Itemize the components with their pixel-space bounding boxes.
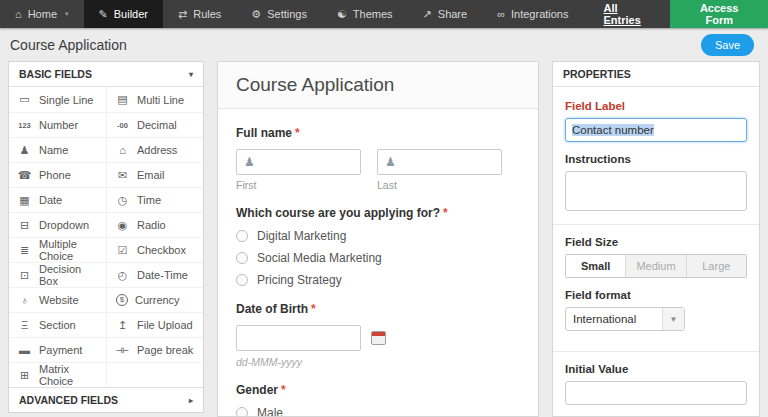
radio-icon [236, 252, 248, 264]
field-type-multiple-choice[interactable]: ≣Multiple Choice [9, 237, 106, 262]
field-type-label: Single Line [39, 94, 93, 106]
last-name-input[interactable]: ♟ [377, 149, 502, 175]
currency-icon: $ [116, 294, 128, 306]
date-icon: ▦ [17, 194, 32, 207]
calendar-icon[interactable] [371, 331, 386, 345]
gender-option-male[interactable]: Male [236, 406, 520, 417]
field-label-input[interactable]: Contact number [565, 118, 747, 142]
field-type-multi-line[interactable]: ▤Multi Line [106, 87, 203, 112]
name-inputs-row: ♟ First ♟ Last [236, 149, 520, 191]
field-size-medium[interactable]: Medium [625, 255, 685, 277]
gender-field[interactable]: Gender* MaleFemale [236, 383, 520, 417]
field-type-label: Multi Line [137, 94, 184, 106]
field-label-label: Field Label [565, 100, 747, 112]
course-field[interactable]: Which course are you applying for?* Digi… [236, 206, 520, 287]
field-type-file-upload[interactable]: ↥File Upload [106, 312, 203, 337]
field-type-email[interactable]: ✉Email [106, 162, 203, 187]
field-type-checkbox[interactable]: ☑Checkbox [106, 237, 203, 262]
field-size-small[interactable]: Small [566, 255, 625, 277]
basic-fields-title: BASIC FIELDS [19, 68, 92, 80]
nav-item-rules[interactable]: ⇄Rules [163, 0, 236, 28]
form-body: Full name* ♟ First ♟ Last [218, 109, 538, 417]
builder-icon: ✎ [99, 8, 108, 21]
radio-option-label: Male [257, 406, 283, 417]
last-name-wrap: ♟ Last [377, 149, 502, 191]
initial-value-label: Initial Value [565, 363, 747, 375]
label-text: Gender [236, 383, 278, 397]
course-options: Digital MarketingSocial Media MarketingP… [236, 229, 520, 287]
course-option-social-media-marketing[interactable]: Social Media Marketing [236, 251, 520, 265]
field-size-large[interactable]: Large [686, 255, 746, 277]
field-type-page-break[interactable]: ⊣⊢Page break [106, 337, 203, 362]
radio-option-label: Digital Marketing [257, 229, 346, 243]
nav-item-themes[interactable]: ☯Themes [322, 0, 408, 28]
field-type-radio[interactable]: ◉Radio [106, 212, 203, 237]
nav-item-home[interactable]: ⌂Home▾ [0, 0, 84, 28]
nav-right: All Entries Access Form [583, 0, 768, 28]
field-label-value: Contact number [572, 124, 654, 136]
field-type-label: Website [39, 294, 79, 306]
multi-line-icon: ▤ [115, 93, 130, 106]
full-name-field[interactable]: Full name* ♟ First ♟ Last [236, 126, 520, 191]
field-type-website[interactable]: ♁Website [9, 287, 106, 312]
section-icon: Ξ [17, 319, 32, 331]
course-option-pricing-strategy[interactable]: Pricing Strategy [236, 273, 520, 287]
field-format-label: Field format [565, 289, 747, 301]
field-type-address[interactable]: ⌂Address [106, 137, 203, 162]
nav-item-label: Themes [353, 8, 393, 20]
top-navbar: ⌂Home▾✎Builder⇄Rules⚙Settings☯Themes↗Sha… [0, 0, 768, 28]
decision-box-icon: ⊡ [17, 269, 32, 282]
nav-item-share[interactable]: ↗Share [408, 0, 483, 28]
date-format-hint: dd-MMM-yyyy [236, 356, 520, 368]
nav-item-label: Rules [193, 8, 221, 20]
gender-label: Gender* [236, 383, 520, 397]
field-format-select[interactable]: International ▼ [565, 307, 685, 331]
field-type-decision-box[interactable]: ⊡Decision Box [9, 262, 106, 287]
course-option-digital-marketing[interactable]: Digital Marketing [236, 229, 520, 243]
advanced-fields-header[interactable]: ADVANCED FIELDS ▸ [9, 387, 203, 412]
properties-body: Field Label Contact number Instructions … [553, 87, 759, 417]
field-type-label: Dropdown [39, 219, 89, 231]
field-type-number[interactable]: 123Number [9, 112, 106, 137]
page-title: Course Application [10, 37, 127, 53]
address-icon: ⌂ [115, 144, 130, 156]
field-type-payment[interactable]: ▬Payment [9, 337, 106, 362]
form-title: Course Application [218, 62, 538, 109]
nav-item-integrations[interactable]: ∞Integrations [482, 0, 583, 28]
first-name-input[interactable]: ♟ [236, 149, 361, 175]
save-button[interactable]: Save [701, 34, 754, 56]
field-type-time[interactable]: ◷Time [106, 187, 203, 212]
field-type-currency[interactable]: $Currency [106, 287, 203, 312]
radio-icon [236, 274, 248, 286]
date-of-birth-field[interactable]: Date of Birth* dd-MMM-yyyy [236, 302, 520, 368]
gender-options: MaleFemale [236, 406, 520, 417]
field-type-phone[interactable]: ☎Phone [9, 162, 106, 187]
radio-icon: ◉ [115, 219, 130, 232]
field-type-name[interactable]: ♟Name [9, 137, 106, 162]
field-type-label: Time [137, 194, 161, 206]
instructions-textarea[interactable] [565, 171, 747, 211]
field-type-date[interactable]: ▦Date [9, 187, 106, 212]
content-area: BASIC FIELDS ▾ ▭Single Line▤Multi Line12… [0, 61, 768, 417]
all-entries-link[interactable]: All Entries [583, 2, 670, 26]
field-type-single-line[interactable]: ▭Single Line [9, 87, 106, 112]
field-type-date-time[interactable]: ◴Date-Time [106, 262, 203, 287]
field-type-section[interactable]: ΞSection [9, 312, 106, 337]
field-type-label: Radio [137, 219, 166, 231]
decimal-icon: -00 [115, 121, 130, 130]
field-type-matrix-choice[interactable]: ⊞Matrix Choice [9, 362, 106, 387]
field-type-dropdown[interactable]: ⊟Dropdown [9, 212, 106, 237]
first-sublabel: First [236, 179, 361, 191]
field-type-label: File Upload [137, 319, 193, 331]
properties-panel: PROPERTIES Field Label Contact number In… [552, 61, 760, 417]
access-form-button[interactable]: Access Form [670, 0, 768, 28]
date-of-birth-input[interactable] [236, 325, 361, 351]
date-of-birth-label: Date of Birth* [236, 302, 520, 316]
field-type-decimal[interactable]: -00Decimal [106, 112, 203, 137]
nav-item-settings[interactable]: ⚙Settings [236, 0, 322, 28]
basic-fields-header[interactable]: BASIC FIELDS ▾ [9, 62, 203, 87]
properties-header: PROPERTIES [553, 62, 759, 87]
initial-value-input[interactable] [565, 381, 747, 405]
nav-item-builder[interactable]: ✎Builder [84, 0, 163, 28]
field-type-label: Section [39, 319, 76, 331]
